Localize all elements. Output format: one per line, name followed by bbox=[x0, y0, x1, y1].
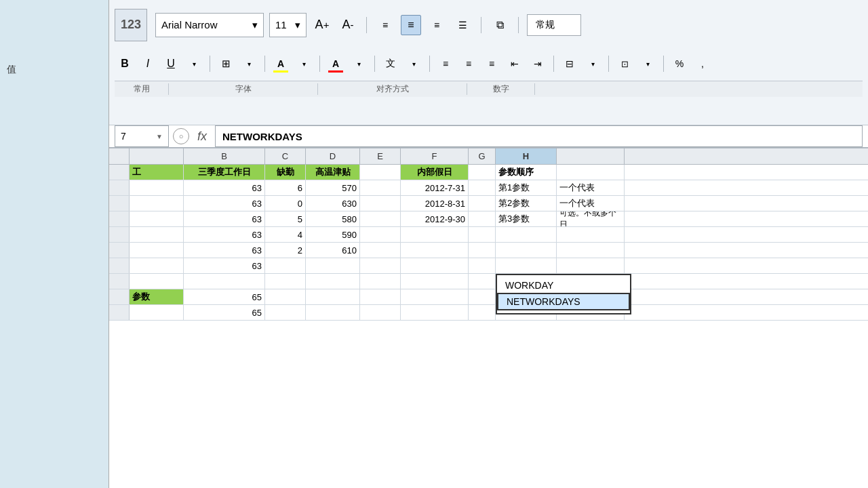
formula-bar-row: 7 ▼ ○ fx NETWORKDAYS bbox=[109, 125, 868, 148]
shrink-font-button[interactable]: A- bbox=[338, 15, 358, 35]
cell-d3[interactable]: 580 bbox=[306, 211, 360, 226]
cell-c2[interactable]: 0 bbox=[265, 196, 306, 211]
cell-h-header[interactable]: 参数顺序 bbox=[496, 165, 557, 180]
font-color-arrow[interactable]: ▾ bbox=[349, 54, 369, 74]
cell-b1[interactable]: 63 bbox=[184, 180, 265, 195]
cell-ref-dropdown-arrow[interactable]: ▼ bbox=[156, 133, 163, 140]
cell-h1[interactable]: 第1参数 bbox=[496, 180, 557, 195]
paste-format-button[interactable]: ⧉ bbox=[490, 15, 510, 35]
cell-i1[interactable]: 一个代表 bbox=[557, 180, 625, 195]
cell-b-br1[interactable]: 65 bbox=[184, 289, 265, 304]
align2-right[interactable]: ≡ bbox=[481, 54, 502, 74]
cell-d2[interactable]: 630 bbox=[306, 196, 360, 211]
cell-f-header[interactable]: 内部假日 bbox=[401, 165, 469, 180]
cell-a-br1[interactable]: 参数 bbox=[130, 289, 184, 304]
justify-button[interactable]: ☰ bbox=[452, 15, 473, 35]
fill-color-button[interactable]: A bbox=[271, 54, 291, 74]
comma-button[interactable]: , bbox=[692, 54, 713, 74]
underline-button[interactable]: U bbox=[161, 54, 181, 74]
cell-b-br2[interactable]: 65 bbox=[184, 305, 265, 320]
formula-content: NETWORKDAYS bbox=[222, 131, 302, 142]
col-header-b[interactable]: B bbox=[184, 148, 265, 164]
cell-i2[interactable]: 一个代表 bbox=[557, 196, 625, 211]
col-header-i[interactable] bbox=[557, 148, 625, 164]
cell-c3[interactable]: 5 bbox=[265, 211, 306, 226]
align-center-button[interactable]: ≡ bbox=[401, 15, 421, 35]
cell-reference-box[interactable]: 7 ▼ bbox=[115, 125, 169, 147]
func-item-workday[interactable]: WORKDAY bbox=[497, 278, 630, 293]
cell-c1[interactable]: 6 bbox=[265, 180, 306, 195]
align2-left[interactable]: ≡ bbox=[435, 54, 456, 74]
cell-d-header[interactable]: 高温津贴 bbox=[306, 165, 360, 180]
cell-h2[interactable]: 第2参数 bbox=[496, 196, 557, 211]
grow-font-button[interactable]: A+ bbox=[312, 15, 332, 35]
chinese-format-arrow[interactable]: ▾ bbox=[403, 54, 424, 74]
cell-ref-text: 7 bbox=[121, 131, 153, 142]
cell-c5[interactable]: 2 bbox=[265, 243, 306, 258]
separator2 bbox=[481, 17, 481, 33]
bold-button[interactable]: B bbox=[115, 54, 135, 74]
cell-f2[interactable]: 2012-8-31 bbox=[401, 196, 469, 211]
cell-f1[interactable]: 2012-7-31 bbox=[401, 180, 469, 195]
col-header-e[interactable]: E bbox=[360, 148, 401, 164]
col-header-f[interactable]: F bbox=[401, 148, 469, 164]
align2-indent[interactable]: ⇤ bbox=[505, 54, 525, 74]
cell-d-br2 bbox=[306, 305, 360, 320]
border-arrow[interactable]: ▾ bbox=[239, 54, 259, 74]
underline-arrow[interactable]: ▾ bbox=[184, 54, 204, 74]
cell-d1[interactable]: 570 bbox=[306, 180, 360, 195]
font-selector[interactable]: Arial Narrow ▾ bbox=[155, 13, 264, 37]
align2-outdent[interactable]: ⇥ bbox=[528, 54, 548, 74]
fill-color-arrow[interactable]: ▾ bbox=[294, 54, 314, 74]
cell-b4[interactable]: 63 bbox=[184, 227, 265, 242]
cell-b3[interactable]: 63 bbox=[184, 211, 265, 226]
cell-g-header bbox=[469, 165, 496, 180]
cell-a-br2 bbox=[130, 305, 184, 320]
cell-a-header[interactable]: 工 bbox=[130, 165, 184, 180]
cell-d4[interactable]: 590 bbox=[306, 227, 360, 242]
format-selector[interactable]: 常规 bbox=[527, 14, 581, 36]
cell-c4[interactable]: 4 bbox=[265, 227, 306, 242]
cell-b-header[interactable]: 三季度工作日 bbox=[184, 165, 265, 180]
row-num-5 bbox=[109, 243, 130, 258]
cell-b6[interactable]: 63 bbox=[184, 258, 265, 273]
col-header-d[interactable]: D bbox=[306, 148, 360, 164]
section-font: 字体 bbox=[169, 83, 318, 95]
number-format-arrow[interactable]: ▾ bbox=[637, 54, 658, 74]
merge-button[interactable]: ⊟ bbox=[559, 54, 580, 74]
data-row-3: 63 5 580 2012-9-30 第3参数 可选。不或多个日 bbox=[109, 211, 868, 227]
row-num-3 bbox=[109, 211, 130, 226]
align-right-button[interactable]: ≡ bbox=[427, 15, 447, 35]
align-left-button[interactable]: ≡ bbox=[375, 15, 395, 35]
merge-arrow[interactable]: ▾ bbox=[583, 54, 603, 74]
separator10 bbox=[608, 56, 609, 72]
cell-a1[interactable] bbox=[130, 180, 184, 195]
cell-c-header[interactable]: 缺勤 bbox=[265, 165, 306, 180]
number-format-btn[interactable]: ⊡ bbox=[614, 54, 635, 74]
cell-h5 bbox=[496, 243, 557, 258]
align2-center[interactable]: ≡ bbox=[458, 54, 479, 74]
cell-h3[interactable]: 第3参数 bbox=[496, 211, 557, 226]
cell-f3[interactable]: 2012-9-30 bbox=[401, 211, 469, 226]
fx-icon: fx bbox=[193, 129, 211, 144]
cell-b5[interactable]: 63 bbox=[184, 243, 265, 258]
cell-e3 bbox=[360, 211, 401, 226]
italic-button[interactable]: I bbox=[138, 54, 158, 74]
border-button[interactable]: ⊞ bbox=[216, 54, 236, 74]
col-header-g[interactable]: G bbox=[469, 148, 496, 164]
percent-button[interactable]: % bbox=[669, 54, 690, 74]
cell-b2[interactable]: 63 bbox=[184, 196, 265, 211]
formula-bar[interactable]: NETWORKDAYS bbox=[215, 125, 863, 147]
font-color-button[interactable]: A bbox=[326, 54, 346, 74]
col-header-h[interactable]: H bbox=[496, 148, 557, 164]
cell-a3 bbox=[130, 211, 184, 226]
cell-c6 bbox=[265, 258, 306, 273]
cell-i3[interactable]: 可选。不或多个日 bbox=[557, 211, 625, 226]
font-size-box[interactable]: 11 ▾ bbox=[269, 13, 307, 37]
cell-d5[interactable]: 610 bbox=[306, 243, 360, 258]
col-header-c[interactable]: C bbox=[265, 148, 306, 164]
func-item-networkdays[interactable]: NETWORKDAYS bbox=[497, 293, 630, 310]
chinese-format-button[interactable]: 文 bbox=[380, 54, 401, 74]
number-format-icon: 123 bbox=[115, 9, 147, 41]
circular-btn[interactable]: ○ bbox=[173, 128, 189, 144]
